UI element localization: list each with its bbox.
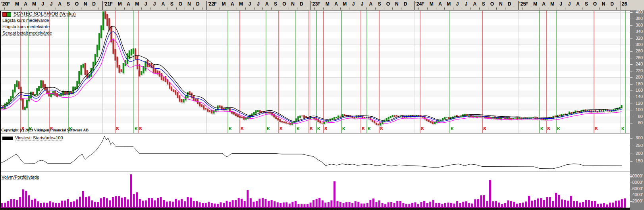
month-tick: [488, 8, 488, 10]
month-label: M: [447, 1, 451, 7]
axis-tick: [630, 84, 632, 85]
month-tick: [314, 8, 315, 10]
month-tick: [323, 8, 324, 10]
axis-tick-label: 100: [636, 107, 643, 112]
svg-text:K: K: [317, 126, 320, 131]
axis-tick-label: 300: [636, 42, 643, 47]
axis-tick-label: 380: [636, 16, 643, 21]
month-tick: [297, 8, 297, 10]
month-tick: [13, 8, 13, 10]
month-label: F: [110, 1, 112, 7]
month-tick: [39, 8, 39, 10]
month-tick: [392, 8, 393, 10]
axis-tick-label: 60: [638, 120, 643, 125]
copyright-notice: Copyright (c) 2023 Vikingen Financial So…: [1, 128, 89, 132]
ma-lines: [1, 26, 622, 124]
volume-label: Volym/Portföljvärde: [2, 175, 39, 180]
month-label: M: [32, 1, 36, 7]
month-label: M: [15, 1, 19, 7]
month-tick: [47, 8, 47, 10]
profit-legend-icon: [2, 137, 13, 140]
volume-legend: Volym/Portföljvärde: [2, 173, 39, 180]
price-panel[interactable]: SKSKSKSKSKSKSKSKSKSSKSKSKSK SCATEC SOLAR…: [0, 11, 630, 133]
year-tick: [310, 1, 310, 10]
month-tick: [150, 8, 150, 10]
volume-panel[interactable]: Volym/Portföljvärde: [0, 172, 630, 208]
profit-test-chart[interactable]: [0, 134, 630, 171]
month-label: F: [421, 1, 424, 7]
svg-text:K: K: [368, 126, 371, 131]
axis-tick: [630, 45, 632, 45]
svg-text:S: S: [595, 126, 598, 131]
value-axis[interactable]: 4003803603403203002802602402202001801601…: [630, 11, 644, 210]
time-axis[interactable]: '20FMAMJJASOND'21FMAMJJASOND'22FMAMJJASO…: [0, 0, 644, 11]
svg-text:S: S: [483, 126, 486, 131]
month-tick: [375, 8, 376, 10]
axis-tick-label: 250: [636, 143, 643, 148]
month-tick: [384, 8, 384, 10]
month-label: J: [153, 1, 156, 7]
month-label: S: [170, 1, 174, 7]
month-tick: [141, 8, 142, 10]
axis-tick: [630, 58, 632, 58]
axis-tick-label: 120: [636, 101, 643, 106]
axis-tick-label: 180: [636, 81, 643, 86]
month-tick: [107, 8, 107, 10]
month-label: M: [239, 1, 243, 7]
volume-chart[interactable]: [0, 172, 630, 208]
svg-text:K: K: [267, 126, 270, 131]
svg-text:K: K: [135, 126, 138, 131]
month-tick: [64, 8, 64, 10]
month-label: J: [361, 1, 364, 7]
month-label: D: [404, 1, 407, 7]
axis-tick-label: 320: [636, 36, 643, 40]
axis-tick-label: 140: [636, 94, 643, 99]
axis-tick-label: 400: [636, 10, 643, 14]
month-label: N: [187, 1, 191, 7]
axis-tick: [630, 161, 632, 162]
left-edge: [0, 11, 1, 208]
year-label: '20: [1, 1, 8, 7]
month-tick: [220, 8, 220, 10]
axis-tick-label: 340: [636, 29, 643, 34]
month-tick: [427, 8, 428, 10]
month-tick: [453, 8, 453, 10]
year-label: '24: [415, 1, 422, 7]
month-tick: [280, 8, 280, 10]
axis-tick: [630, 104, 632, 104]
axis-tick: [630, 12, 632, 13]
month-label: A: [334, 1, 338, 7]
year-tick: [518, 1, 519, 10]
month-tick: [540, 8, 540, 10]
month-label: M: [533, 1, 537, 7]
month-label: M: [118, 1, 122, 7]
month-label: J: [257, 1, 260, 7]
axis-tick-label: 150: [636, 158, 643, 163]
month-label: A: [231, 1, 234, 7]
month-label: J: [41, 1, 44, 7]
profit-test-panel[interactable]: Vinstest: Startvärde=100: [0, 134, 630, 171]
axis-tick: [630, 71, 632, 71]
month-tick: [591, 8, 591, 10]
axis-tick: [630, 117, 632, 117]
month-tick: [462, 8, 462, 10]
month-label: A: [127, 1, 130, 7]
axis-tick-label: 160: [636, 88, 643, 92]
month-label: S: [274, 1, 277, 7]
month-label: M: [430, 1, 434, 7]
axis-tick: [630, 138, 632, 139]
svg-text:S: S: [139, 126, 142, 131]
month-tick: [56, 8, 56, 10]
month-label: N: [84, 1, 87, 7]
svg-text:S: S: [280, 126, 282, 131]
month-label: D: [196, 1, 200, 7]
month-label: J: [248, 1, 251, 7]
month-label: D: [508, 1, 511, 7]
axis-tick: [630, 32, 632, 32]
month-tick: [202, 8, 202, 10]
axis-tick-label: 280: [636, 48, 643, 53]
axis-tick: [630, 154, 632, 154]
price-chart[interactable]: SKSKSKSKSKSKSKSKSKSSKSKSKSK: [0, 11, 630, 133]
instrument-title: SCATEC SOLAR/OB (Vecka): [13, 12, 76, 17]
month-tick: [306, 8, 306, 10]
